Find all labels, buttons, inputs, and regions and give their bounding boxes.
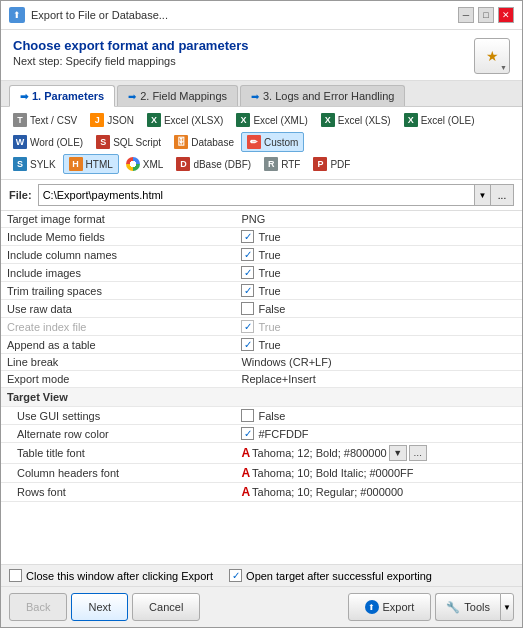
- format-custom[interactable]: ✏ Custom: [241, 132, 304, 152]
- param-value[interactable]: True: [235, 228, 522, 246]
- close-after-export-option[interactable]: Close this window after clicking Export: [9, 569, 213, 582]
- format-pdf[interactable]: P PDF: [307, 154, 356, 174]
- format-excel-ole[interactable]: X Excel (OLE): [398, 110, 481, 130]
- export-icon: ⬆: [365, 600, 379, 614]
- chrome-icon: [126, 157, 140, 171]
- minimize-button[interactable]: ─: [458, 7, 474, 23]
- param-key: Include Memo fields: [1, 228, 235, 246]
- param-value: True: [235, 318, 522, 336]
- param-value: Windows (CR+LF): [235, 354, 522, 371]
- params-table: Target image format PNG Include Memo fie…: [1, 211, 522, 565]
- param-key: Trim trailing spaces: [1, 282, 235, 300]
- maximize-button[interactable]: □: [478, 7, 494, 23]
- excel-xml-icon: X: [236, 113, 250, 127]
- table-row: Include column names True: [1, 246, 522, 264]
- param-key: Column headers font: [1, 464, 235, 483]
- param-value: Replace+Insert: [235, 371, 522, 388]
- format-word-ole[interactable]: W Word (OLE): [7, 132, 89, 152]
- section-label: Target View: [1, 388, 522, 407]
- param-key: Export mode: [1, 371, 235, 388]
- table-row: Line break Windows (CR+LF): [1, 354, 522, 371]
- format-html[interactable]: H HTML: [63, 154, 119, 174]
- param-value[interactable]: True: [235, 264, 522, 282]
- format-excel-xls[interactable]: X Excel (XLS): [315, 110, 397, 130]
- open-target-checkbox[interactable]: [229, 569, 242, 582]
- param-value: A Tahoma; 10; Regular; #000000: [235, 483, 522, 502]
- table-row: Use GUI settings False: [1, 407, 522, 425]
- close-after-export-label: Close this window after clicking Export: [26, 570, 213, 582]
- close-button[interactable]: ✕: [498, 7, 514, 23]
- checkbox-trim-spaces[interactable]: [241, 284, 254, 297]
- word-ole-icon: W: [13, 135, 27, 149]
- favorites-dropdown-arrow: ▼: [500, 64, 507, 71]
- parameters-grid: Target image format PNG Include Memo fie…: [1, 211, 522, 502]
- format-sql-script[interactable]: S SQL Script: [90, 132, 167, 152]
- tools-icon: 🔧: [446, 601, 460, 614]
- tools-button[interactable]: 🔧 Tools: [435, 593, 500, 621]
- format-row-1: T Text / CSV J JSON X Excel (XLSX) X Exc…: [7, 110, 516, 130]
- param-value: A Tahoma; 12; Bold; #800000 ▼ …: [235, 443, 522, 464]
- tab-field-mappings[interactable]: ➡ 2. Field Mappings: [117, 85, 238, 106]
- back-button[interactable]: Back: [9, 593, 67, 621]
- bottom-options: Close this window after clicking Export …: [1, 565, 522, 587]
- param-value[interactable]: False: [235, 407, 522, 425]
- file-browse-button[interactable]: ...: [490, 184, 514, 206]
- tools-dropdown-arrow[interactable]: ▼: [500, 593, 514, 621]
- favorites-button[interactable]: ★ ▼: [474, 38, 510, 74]
- format-excel-xlsx[interactable]: X Excel (XLSX): [141, 110, 229, 130]
- font-edit-button[interactable]: ▼: [389, 445, 407, 461]
- format-sylk[interactable]: S SYLK: [7, 154, 62, 174]
- rtf-icon: R: [264, 157, 278, 171]
- format-json[interactable]: J JSON: [84, 110, 140, 130]
- tab-parameters[interactable]: ➡ 1. Parameters: [9, 85, 115, 107]
- format-database[interactable]: 🗄 Database: [168, 132, 240, 152]
- format-rtf[interactable]: R RTF: [258, 154, 306, 174]
- checkbox-append-table[interactable]: [241, 338, 254, 351]
- section-header-target-view: Target View: [1, 388, 522, 407]
- param-value: PNG: [235, 211, 522, 228]
- open-target-label: Open target after successful exporting: [246, 570, 432, 582]
- table-row: Create index file True: [1, 318, 522, 336]
- checkbox-include-memo[interactable]: [241, 230, 254, 243]
- format-row-2: W Word (OLE) S SQL Script 🗄 Database ✏ C…: [7, 132, 516, 152]
- custom-icon: ✏: [247, 135, 261, 149]
- dbase-icon: D: [176, 157, 190, 171]
- checkbox-alt-row-color[interactable]: [241, 427, 254, 440]
- param-key: Table title font: [1, 443, 235, 464]
- param-key: Use raw data: [1, 300, 235, 318]
- tab-logs[interactable]: ➡ 3. Logs and Error Handling: [240, 85, 405, 106]
- excel-ole-icon: X: [404, 113, 418, 127]
- text-csv-icon: T: [13, 113, 27, 127]
- param-value[interactable]: True: [235, 282, 522, 300]
- open-target-option[interactable]: Open target after successful exporting: [229, 569, 432, 582]
- format-text-csv[interactable]: T Text / CSV: [7, 110, 83, 130]
- param-key: Use GUI settings: [1, 407, 235, 425]
- cancel-button[interactable]: Cancel: [132, 593, 200, 621]
- param-value[interactable]: True: [235, 336, 522, 354]
- table-row: Rows font A Tahoma; 10; Regular; #000000: [1, 483, 522, 502]
- format-excel-xml[interactable]: X Excel (XML): [230, 110, 313, 130]
- file-path-input[interactable]: [38, 184, 474, 206]
- format-xml[interactable]: XML: [120, 154, 170, 174]
- json-icon: J: [90, 113, 104, 127]
- checkbox-raw-data[interactable]: [241, 302, 254, 315]
- table-row: Column headers font A Tahoma; 10; Bold I…: [1, 464, 522, 483]
- file-dropdown-button[interactable]: ▼: [474, 184, 490, 206]
- font-more-button[interactable]: …: [409, 445, 427, 461]
- checkbox-gui-settings[interactable]: [241, 409, 254, 422]
- close-after-export-checkbox[interactable]: [9, 569, 22, 582]
- param-value: A Tahoma; 10; Bold Italic; #0000FF: [235, 464, 522, 483]
- param-value[interactable]: True: [235, 246, 522, 264]
- file-label: File:: [9, 189, 32, 201]
- export-button[interactable]: ⬆ Export: [348, 593, 432, 621]
- font-a-icon: A: [241, 485, 250, 499]
- header-subtitle: Next step: Specify field mappings: [13, 55, 249, 67]
- table-row: Use raw data False: [1, 300, 522, 318]
- checkbox-include-images[interactable]: [241, 266, 254, 279]
- param-value[interactable]: False: [235, 300, 522, 318]
- app-icon: ⬆: [9, 7, 25, 23]
- checkbox-include-columns[interactable]: [241, 248, 254, 261]
- format-dbase[interactable]: D dBase (DBF): [170, 154, 257, 174]
- sql-icon: S: [96, 135, 110, 149]
- next-button[interactable]: Next: [71, 593, 128, 621]
